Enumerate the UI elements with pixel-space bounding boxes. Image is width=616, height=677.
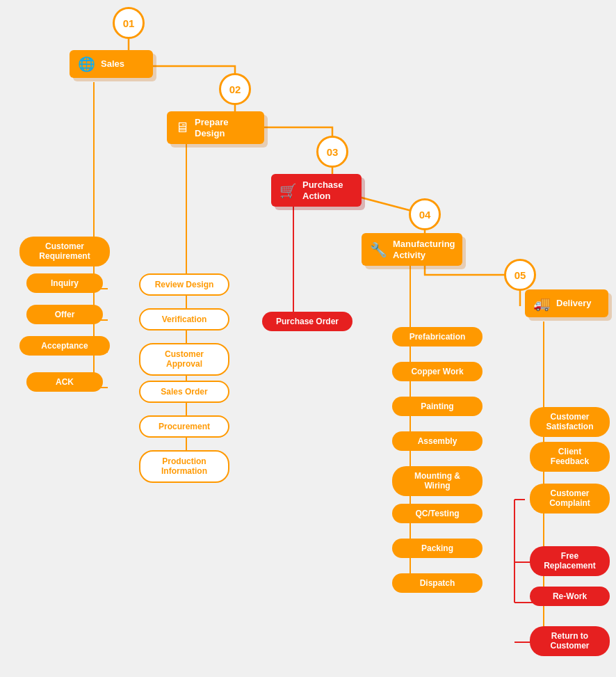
- step-sales-label: Sales: [101, 58, 124, 70]
- globe-icon: 🌐: [78, 56, 95, 72]
- pill-customer-approval[interactable]: Customer Approval: [139, 343, 229, 376]
- pill-free-replacement[interactable]: Free Replacement: [530, 546, 610, 576]
- badge-03: 03: [316, 136, 348, 168]
- pill-prefabrication[interactable]: Prefabrication: [392, 327, 483, 347]
- step-purchase-action[interactable]: 🛒 Purchase Action: [271, 174, 362, 207]
- pill-customer-satisfaction[interactable]: Customer Satisfaction: [530, 407, 610, 437]
- pill-review-design[interactable]: Review Design: [139, 273, 229, 296]
- diagram-container: 01 02 03 04 05 🌐 Sales 🖥 Prepare Design …: [0, 0, 616, 677]
- badge-02: 02: [219, 73, 251, 105]
- pill-re-work[interactable]: Re-Work: [530, 587, 610, 606]
- pill-client-feedback[interactable]: Client Feedback: [530, 442, 610, 472]
- pill-return-to-customer[interactable]: Return to Customer: [530, 626, 610, 656]
- monitor-icon: 🖥: [175, 120, 189, 136]
- pill-qc-testing[interactable]: QC/Testing: [392, 504, 483, 523]
- pill-copper-work[interactable]: Copper Work: [392, 362, 483, 381]
- step-sales[interactable]: 🌐 Sales: [70, 50, 153, 78]
- step-design-label: Prepare Design: [195, 117, 256, 138]
- badge-04: 04: [409, 198, 441, 230]
- pill-sales-order[interactable]: Sales Order: [139, 381, 229, 403]
- badge-05: 05: [504, 259, 536, 291]
- pill-assembly[interactable]: Assembly: [392, 431, 483, 451]
- pill-customer-complaint[interactable]: Customer Complaint: [530, 484, 610, 513]
- pill-purchase-order[interactable]: Purchase Order: [262, 312, 352, 331]
- step-delivery-label: Delivery: [556, 298, 592, 309]
- pill-procurement[interactable]: Procurement: [139, 415, 229, 438]
- pill-verification[interactable]: Verification: [139, 308, 229, 330]
- pill-packing[interactable]: Packing: [392, 539, 483, 558]
- step-purchase-label: Purchase Action: [302, 180, 353, 201]
- step-delivery[interactable]: 🚚 Delivery: [525, 289, 608, 317]
- step-manufacturing-label: Manufacturing Activity: [393, 239, 455, 260]
- truck-icon: 🚚: [533, 295, 551, 312]
- pill-ack[interactable]: ACK: [26, 372, 103, 392]
- pill-offer[interactable]: Offer: [26, 305, 103, 324]
- cart-icon: 🛒: [279, 182, 297, 199]
- pill-production-info[interactable]: Production Information: [139, 450, 229, 483]
- pill-customer-requirement[interactable]: Customer Requirement: [19, 237, 110, 266]
- badge-01: 01: [113, 7, 145, 39]
- step-prepare-design[interactable]: 🖥 Prepare Design: [167, 111, 264, 144]
- wrench-icon: 🔧: [370, 241, 387, 258]
- pill-acceptance[interactable]: Acceptance: [19, 336, 110, 356]
- step-manufacturing[interactable]: 🔧 Manufacturing Activity: [362, 233, 462, 266]
- pill-painting[interactable]: Painting: [392, 397, 483, 416]
- pill-inquiry[interactable]: Inquiry: [26, 273, 103, 293]
- pill-mounting-wiring[interactable]: Mounting & Wiring: [392, 466, 483, 496]
- pill-dispatch[interactable]: Dispatch: [392, 573, 483, 593]
